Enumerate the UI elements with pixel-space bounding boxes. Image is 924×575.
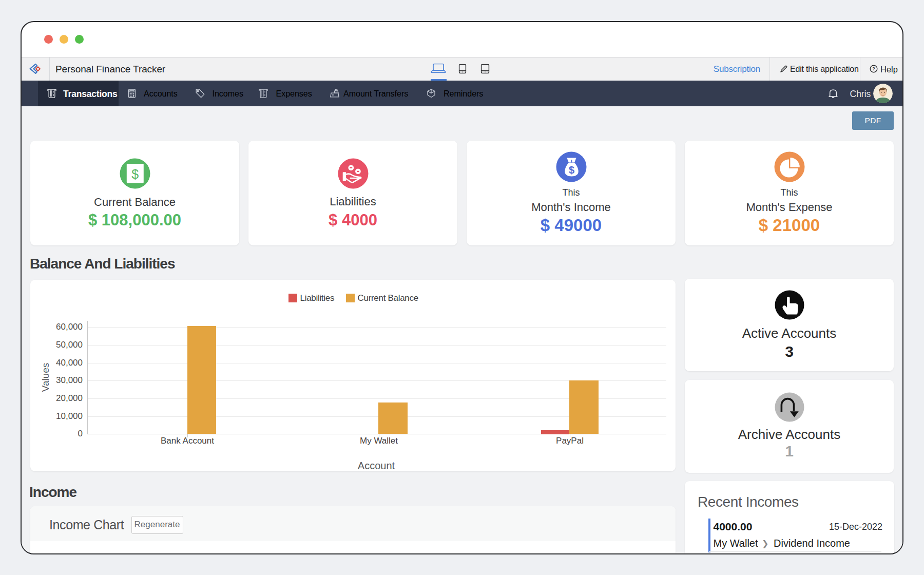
svg-text:$: $	[131, 167, 139, 181]
svg-text:?: ?	[872, 66, 875, 71]
svg-text:$: $	[568, 164, 574, 176]
